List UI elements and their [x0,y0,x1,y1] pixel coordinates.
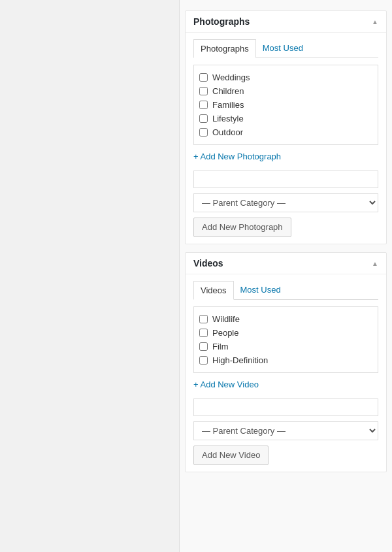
photographs-checklist: Weddings Children Families Lifestyle [193,65,378,145]
list-item: Outdoor [199,125,372,139]
videos-widget-title: Videos [193,258,223,268]
videos-widget: Videos ▲ Videos Most Used Wildlife Peopl… [185,252,387,472]
videos-new-item-form: — Parent Category — Add New Video [193,398,378,465]
checkbox-weddings[interactable] [199,73,208,82]
checkbox-film[interactable] [199,342,208,351]
photographs-widget: Photographs ▲ Photographs Most Used Wedd… [185,10,387,244]
checkbox-high-definition[interactable] [199,356,208,365]
checkbox-children[interactable] [199,87,208,95]
list-item: Lifestyle [199,112,372,125]
list-item: Families [199,98,372,112]
photographs-parent-category-select[interactable]: — Parent Category — [193,193,378,212]
page-wrapper: Photographs ▲ Photographs Most Used Wedd… [0,0,392,552]
tab-videos-most-used[interactable]: Most Used [234,281,287,300]
label-lifestyle: Lifestyle [212,114,244,123]
videos-new-name-input[interactable] [193,398,378,416]
photographs-widget-title: Photographs [193,16,250,27]
list-item: People [199,326,372,340]
photographs-widget-header: Photographs ▲ [186,11,386,33]
photographs-tabs: Photographs Most Used [193,39,378,58]
videos-widget-body: Videos Most Used Wildlife People Film [186,274,386,472]
right-panel: Photographs ▲ Photographs Most Used Wedd… [180,0,392,552]
videos-parent-category-select[interactable]: — Parent Category — [193,421,378,440]
label-children: Children [212,86,244,96]
photographs-widget-body: Photographs Most Used Weddings Children … [186,33,386,244]
label-people: People [212,328,238,338]
list-item: Weddings [199,71,372,84]
tab-videos[interactable]: Videos [193,281,234,300]
videos-tabs: Videos Most Used [193,281,378,300]
videos-collapse-icon[interactable]: ▲ [372,260,378,267]
list-item: Film [199,340,372,353]
add-new-video-button[interactable]: Add New Video [193,446,269,465]
photographs-new-item-form: — Parent Category — Add New Photograph [193,170,378,237]
add-new-photograph-link[interactable]: + Add New Photograph [193,152,281,161]
label-film: Film [212,342,229,351]
checkbox-wildlife[interactable] [199,315,208,323]
list-item: Wildlife [199,312,372,326]
label-outdoor: Outdoor [212,127,243,137]
label-wildlife: Wildlife [212,314,240,324]
photographs-new-name-input[interactable] [193,170,378,188]
list-item: Children [199,84,372,98]
checkbox-outdoor[interactable] [199,128,208,137]
tab-photographs[interactable]: Photographs [193,39,256,58]
videos-checklist: Wildlife People Film High-Definition [193,306,378,373]
checkbox-lifestyle[interactable] [199,114,208,123]
label-high-definition: High-Definition [212,355,268,365]
left-panel [0,0,180,552]
photographs-collapse-icon[interactable]: ▲ [372,18,378,25]
add-new-photograph-button[interactable]: Add New Photograph [193,218,291,237]
checkbox-people[interactable] [199,329,208,337]
add-new-video-link[interactable]: + Add New Video [193,380,259,389]
label-weddings: Weddings [212,73,250,82]
tab-photographs-most-used[interactable]: Most Used [256,39,310,58]
list-item: High-Definition [199,353,372,367]
label-families: Families [212,100,244,110]
videos-widget-header: Videos ▲ [186,253,386,274]
checkbox-families[interactable] [199,101,208,109]
